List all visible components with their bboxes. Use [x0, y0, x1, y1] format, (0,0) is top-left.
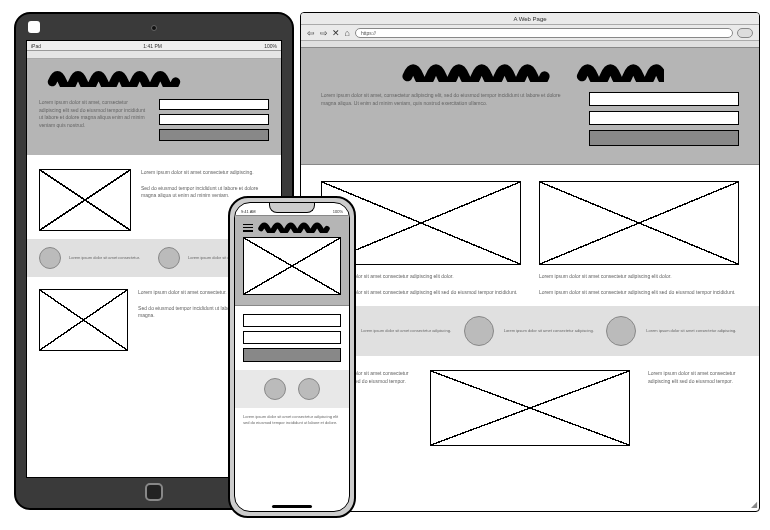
phone-device: 9:41 AM 100% Lorem ipsum dolor sit amet … [228, 196, 356, 518]
phone-screen: 9:41 AM 100% Lorem ipsum dolor sit amet … [234, 202, 350, 512]
band-text: Lorem ipsum dolor sit amet consectetur a… [504, 328, 597, 334]
phone-notch-icon [269, 203, 315, 213]
browser-hero: Lorem ipsum dolor sit amet, consectetur … [301, 47, 759, 165]
signup-form [589, 92, 739, 146]
browser-title-bar: A Web Page [301, 13, 759, 25]
tablet-nav-bar [27, 51, 281, 59]
band-text: Lorem ipsum dolor sit amet consectetur a… [646, 328, 739, 334]
avatar-circle-icon [606, 316, 636, 346]
status-battery: 100% [333, 209, 343, 214]
image-placeholder-icon [430, 370, 630, 446]
input-field-1[interactable] [159, 99, 269, 110]
browser-toolbar: ⇦ ⇨ ✕ ⌂ https:// [301, 25, 759, 41]
headline-greek-text [39, 69, 189, 87]
status-device: iPad [31, 43, 41, 49]
avatar-circle-icon [298, 378, 320, 400]
input-field-1[interactable] [243, 314, 341, 327]
col-text: Lorem ipsum dolor sit amet consectetur a… [539, 273, 739, 281]
browser-feature-band: Lorem ipsum dolor sit amet consectetur a… [301, 306, 759, 356]
image-placeholder-icon [39, 289, 128, 351]
image-placeholder-icon [39, 169, 131, 231]
avatar-circle-icon [264, 378, 286, 400]
input-field-2[interactable] [159, 114, 269, 125]
submit-button[interactable] [589, 130, 739, 146]
avatar-circle-icon [158, 247, 180, 269]
tablet-home-button[interactable] [145, 483, 163, 501]
status-time: 1:41 PM [143, 43, 162, 49]
tablet-hero: Lorem ipsum dolor sit amet, consectetur … [27, 59, 281, 155]
url-input[interactable]: https:// [355, 28, 733, 38]
col-text: Lorem ipsum dolor sit amet consectetur a… [539, 289, 739, 297]
nav-back-forward-reload-icon[interactable]: ⇦ ⇨ ✕ ⌂ [307, 28, 351, 38]
tablet-camera-icon [151, 25, 157, 31]
input-field-2[interactable] [243, 331, 341, 344]
browser-window: A Web Page ⇦ ⇨ ✕ ⌂ https:// Lorem ipsum … [300, 12, 760, 512]
phone-hero [235, 215, 349, 306]
phone-feature-band [235, 370, 349, 408]
phone-footer-text: Lorem ipsum dolor sit amet consectetur a… [235, 408, 349, 432]
hero-body-text: Lorem ipsum dolor sit amet, consectetur … [321, 92, 567, 146]
headline-greek-text [396, 62, 556, 82]
grid-col-2: Lorem ipsum dolor sit amet consectetur a… [539, 181, 739, 296]
input-field-1[interactable] [589, 92, 739, 106]
headline-greek-text [574, 62, 664, 82]
input-field-2[interactable] [589, 111, 739, 125]
status-time: 9:41 AM [241, 209, 256, 214]
headline-greek-text [258, 222, 330, 233]
submit-button[interactable] [243, 348, 341, 362]
image-placeholder-icon [243, 237, 341, 295]
submit-button[interactable] [159, 129, 269, 141]
hero-body-text: Lorem ipsum dolor sit amet, consectetur … [39, 99, 147, 141]
tablet-brand-icon [28, 21, 40, 33]
phone-home-indicator-icon[interactable] [272, 505, 312, 508]
headline-row [321, 62, 739, 82]
image-placeholder-icon [539, 181, 739, 265]
go-button[interactable] [737, 28, 753, 38]
phone-form [235, 306, 349, 370]
tablet-status-bar: iPad 1:41 PM 100% [27, 41, 281, 51]
band-text: Lorem ipsum dolor sit amet consectetur. [69, 255, 150, 261]
signup-form [159, 99, 269, 141]
status-battery: 100% [264, 43, 277, 49]
avatar-circle-icon [39, 247, 61, 269]
resize-handle-icon[interactable]: ◢ [751, 500, 757, 509]
avatar-circle-icon [464, 316, 494, 346]
band-text: Lorem ipsum dolor sit amet consectetur a… [361, 328, 454, 334]
below-text: Lorem ipsum dolor sit amet consectetur a… [648, 370, 739, 446]
browser-below-row: Lorem ipsum dolor sit amet consectetur a… [301, 356, 759, 460]
section-text: Lorem ipsum dolor sit amet consectetur a… [141, 169, 269, 177]
hamburger-menu-icon[interactable] [243, 224, 253, 232]
browser-grid: Lorem ipsum dolor sit amet consectetur a… [301, 165, 759, 306]
